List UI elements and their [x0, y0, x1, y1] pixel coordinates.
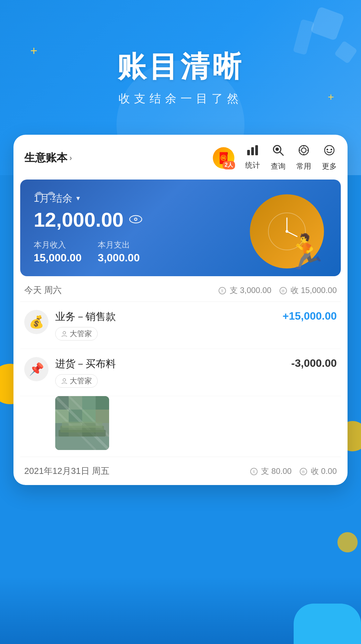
book-title-text: 生意账本 [24, 151, 67, 165]
main-card: 生意账本 › 🧧 2人 统计 [13, 135, 348, 485]
svg-point-4 [275, 148, 279, 151]
expense-stat: 本月支出 3,000.00 [98, 239, 140, 264]
deco-rect-1 [310, 6, 345, 41]
tx1-tag: 大管家 [55, 327, 98, 341]
pin-icon: 📌 [29, 362, 44, 376]
svg-point-7 [301, 148, 306, 153]
orb-blue-bottom [294, 604, 361, 644]
table-row[interactable]: 💰 业务－销售款 大管家 +15,000.00 [20, 302, 341, 349]
nav-item-common[interactable]: 常用 [296, 144, 311, 171]
income-summary-icon: 收 收 15,000.00 [280, 285, 337, 296]
nav-item-stats[interactable]: 统计 [245, 144, 260, 171]
banner: ☁ ☁ 1月·结余 ▼ 12,000.00 本月收入 15,000.00 本月支… [20, 180, 341, 276]
person-icon [61, 330, 68, 337]
tx1-info: 业务－销售款 大管家 [55, 310, 276, 341]
bottom-income: 收 收 0.00 [300, 466, 337, 477]
svg-rect-31 [82, 396, 96, 410]
hero-subtitle: 收支结余一目了然 [0, 91, 361, 106]
eye-icon[interactable] [129, 213, 142, 227]
nav-item-query[interactable]: 查询 [271, 144, 286, 171]
chevron-right-icon: › [69, 153, 72, 163]
svg-point-6 [299, 146, 308, 155]
svg-rect-46 [62, 422, 102, 428]
svg-point-14 [331, 149, 332, 151]
common-icon [298, 144, 310, 159]
common-label: 常用 [296, 161, 311, 171]
toolbar: 生意账本 › 🧧 2人 统计 [13, 135, 348, 177]
svg-point-13 [327, 149, 328, 151]
query-label: 查询 [271, 161, 286, 171]
toolbar-nav: 统计 查询 [245, 144, 337, 171]
hero-title: 账目清晰 [0, 47, 361, 87]
bottom-date-row: 2021年12月31日 周五 支 支 80.00 收 收 0.00 [20, 457, 341, 485]
cloud-icon: ☁ ☁ [34, 186, 55, 197]
tx2-amount: -3,000.00 [291, 357, 337, 369]
person-icon [61, 378, 68, 384]
avatar[interactable]: 🧧 2人 [213, 147, 234, 169]
svg-point-27 [63, 379, 66, 381]
nav-item-more[interactable]: 更多 [322, 144, 337, 171]
today-date-row: 今天 周六 支 支 3,000.00 收 收 15,000.00 [20, 276, 341, 302]
svg-line-5 [280, 152, 283, 155]
toolbar-title[interactable]: 生意账本 › [24, 151, 72, 165]
svg-rect-32 [96, 396, 109, 410]
stats-icon [247, 144, 259, 158]
fabric-pattern-svg [55, 396, 109, 450]
svg-rect-1 [251, 147, 254, 155]
bottom-summary: 支 支 80.00 收 收 0.00 [250, 466, 337, 477]
more-label: 更多 [322, 161, 337, 171]
expense-summary-icon: 支 支 3,000.00 [219, 285, 271, 296]
svg-rect-36 [96, 410, 109, 423]
stats-label: 统计 [245, 160, 260, 170]
svg-rect-0 [247, 150, 250, 155]
svg-point-26 [63, 331, 66, 334]
today-summary: 支 支 3,000.00 收 收 15,000.00 [219, 285, 337, 296]
svg-rect-2 [255, 145, 258, 155]
dropdown-triangle-icon: ▼ [75, 195, 81, 202]
member-badge: 2人 [223, 161, 235, 169]
bottom-expense: 支 支 80.00 [250, 466, 292, 477]
income-stat: 本月收入 15,000.00 [34, 239, 81, 264]
tx2-info: 进货－买布料 大管家 [55, 357, 285, 388]
today-date-label: 今天 周六 [24, 284, 62, 296]
svg-point-21 [286, 230, 288, 233]
query-icon [272, 144, 284, 159]
tx1-icon-wrap: 💰 [24, 310, 48, 334]
svg-text:收: 收 [302, 470, 305, 474]
tx2-tag: 大管家 [55, 374, 98, 388]
tx1-amount: +15,000.00 [283, 310, 337, 322]
transaction-section: 今天 周六 支 支 3,000.00 收 收 15,000.00 [13, 276, 348, 485]
svg-text:支: 支 [252, 470, 256, 474]
svg-point-12 [325, 146, 334, 155]
running-person-icon: 🏃 [285, 235, 327, 268]
money-bag-icon: 💰 [29, 315, 44, 329]
tx1-name: 业务－销售款 [55, 310, 276, 324]
fabric-image[interactable]: 正 麻 [55, 396, 109, 450]
orb-yellow-right2 [337, 532, 358, 552]
tx2-icon-wrap: 📌 [24, 357, 48, 381]
tx2-name: 进货－买布料 [55, 357, 285, 371]
banner-illustration: 🏃 [226, 180, 341, 276]
svg-point-17 [135, 218, 136, 220]
svg-text:收: 收 [282, 289, 285, 293]
svg-text:支: 支 [221, 289, 224, 293]
table-row[interactable]: 📌 进货－买布料 大管家 -3,000.00 [20, 349, 341, 396]
more-icon [323, 144, 335, 159]
bottom-date-label: 2021年12月31日 周五 [24, 465, 109, 477]
